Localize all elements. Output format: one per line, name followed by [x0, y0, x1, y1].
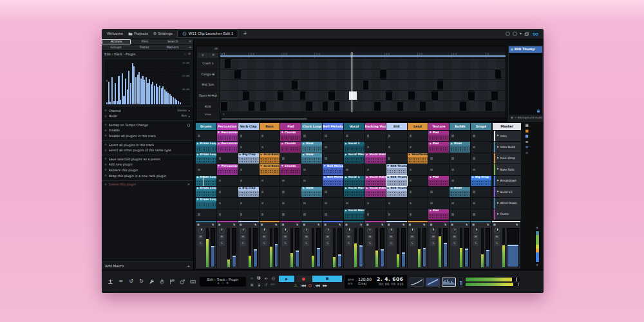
play-icon[interactable]: ▶ — [451, 187, 453, 190]
stop-icon[interactable]: ■ — [324, 223, 327, 226]
empty-clip-slot[interactable] — [471, 187, 491, 197]
lane-label-crash-1[interactable]: Crash 1 — [196, 59, 220, 70]
volume-fader[interactable] — [337, 228, 342, 267]
stop-icon[interactable]: ■ — [472, 223, 475, 226]
selection-breadcrumb[interactable]: Edit › Track › Plugin★☆⚙ — [200, 277, 246, 287]
lane-mid-tom[interactable] — [220, 80, 506, 91]
redo-icon[interactable]: ↻ — [137, 278, 146, 287]
track-header-percussion[interactable]: Percussion — [217, 123, 238, 130]
drum-note[interactable] — [397, 102, 404, 111]
close-icon[interactable]: ✕ — [187, 183, 190, 187]
loop-icon[interactable]: ∞ — [251, 276, 254, 280]
play-icon[interactable]: ▶ — [497, 213, 499, 216]
play-icon[interactable]: ▶ — [497, 191, 499, 193]
lane-kick[interactable] — [220, 101, 506, 112]
empty-clip-slot[interactable] — [450, 131, 470, 141]
empty-clip-slot[interactable] — [217, 209, 238, 220]
editor-mode-button-p[interactable]: P — [209, 53, 219, 58]
menu-item-replace-this-plugin[interactable]: ⚙Replace this plugin — [102, 167, 193, 173]
return-to-start-button[interactable]: |◀◀ — [301, 284, 306, 288]
empty-clip-slot[interactable] — [450, 153, 470, 164]
pan-knob[interactable] — [388, 228, 394, 234]
play-icon[interactable]: ▶ — [451, 143, 453, 146]
new-tab-button[interactable]: + — [241, 31, 249, 37]
tab-tracks[interactable]: Tracks — [130, 45, 158, 50]
mute-button[interactable]: M — [346, 235, 352, 240]
play-icon[interactable]: ▶ — [197, 198, 199, 201]
stop-icon[interactable]: ■ — [218, 223, 221, 226]
empty-clip-slot[interactable] — [365, 131, 386, 141]
empty-clip-slot[interactable] — [471, 209, 491, 220]
play-icon[interactable]: ▶ — [497, 180, 499, 182]
crumb-icon[interactable]: ⚙ — [226, 282, 229, 285]
mute-button[interactable]: M — [198, 235, 204, 240]
empty-clip-slot[interactable] — [280, 198, 301, 208]
analyzer-gear-icon[interactable]: ⚙ — [106, 80, 108, 83]
clip-vocal-main[interactable]: ▶Vocal Main — [344, 209, 365, 220]
stop-icon[interactable]: ■ — [261, 223, 263, 226]
lane-crash-1[interactable] — [220, 59, 506, 70]
loop-marker-icon[interactable]: ▸1 — [222, 53, 225, 56]
scroll-up-icon[interactable]: ▲ — [536, 226, 538, 229]
pan-knob[interactable] — [198, 228, 204, 234]
rewind-button[interactable]: ◀◀ — [315, 284, 319, 288]
play-icon[interactable]: ▶ — [240, 187, 242, 190]
drum-note[interactable] — [491, 91, 498, 100]
play-icon[interactable]: ▶ — [497, 157, 499, 160]
clip-808-thump[interactable]: ▶808 Thump — [386, 187, 407, 197]
scene-bass-solo[interactable]: ▶Bass Solo — [493, 164, 521, 175]
empty-clip-slot[interactable] — [323, 142, 343, 152]
pan-knob[interactable] — [451, 228, 457, 234]
volume-fader[interactable] — [316, 228, 321, 267]
record-button[interactable]: ● — [296, 276, 311, 282]
empty-clip-slot[interactable] — [238, 209, 259, 220]
play-icon[interactable]: ▶ — [218, 131, 220, 134]
empty-clip-slot[interactable] — [428, 164, 449, 175]
pan-knob[interactable] — [219, 228, 225, 234]
tools-icon[interactable] — [147, 278, 156, 287]
empty-clip-slot[interactable] — [471, 153, 491, 164]
export-icon[interactable] — [106, 278, 115, 287]
tempo-display[interactable]: BPM120.004/4Cmaj2. 4. 60600: 00: 03. 815 — [345, 275, 407, 289]
track-header-lead[interactable]: Lead — [408, 123, 428, 130]
clip-pad[interactable]: ▶Pad — [428, 176, 449, 186]
empty-clip-slot[interactable] — [323, 131, 343, 141]
mute-button[interactable]: M — [494, 235, 500, 240]
volume-fader[interactable] — [211, 228, 215, 267]
clip-vocal-harmony[interactable]: ▶Vocal Harmony — [365, 153, 386, 164]
play-icon[interactable]: ▶ — [345, 176, 347, 179]
solo-button[interactable]: S — [451, 241, 457, 246]
drum-note[interactable] — [386, 91, 392, 100]
solo-button[interactable]: S — [198, 241, 204, 246]
play-icon[interactable]: ▶ — [303, 154, 305, 156]
play-icon[interactable]: ▶ — [197, 143, 199, 146]
drum-note[interactable] — [349, 91, 357, 100]
empty-clip-slot[interactable] — [238, 142, 259, 152]
play-icon[interactable]: ▶ — [388, 176, 390, 179]
play-icon[interactable]: ▶ — [303, 143, 305, 146]
clip-slow[interactable]: ▶Slow — [301, 153, 322, 164]
mute-button[interactable]: M — [410, 235, 415, 240]
empty-clip-slot[interactable] — [450, 209, 470, 220]
empty-clip-slot[interactable] — [408, 209, 428, 220]
drum-note[interactable] — [437, 80, 444, 90]
waveform-thumbnail[interactable] — [442, 278, 456, 287]
speaker-off-icon[interactable] — [264, 276, 269, 281]
network-icon[interactable] — [271, 276, 276, 281]
clip-riser[interactable]: ▶Riser — [450, 142, 470, 152]
add-macro-button[interactable]: Add Macro + — [102, 261, 193, 270]
empty-clip-slot[interactable] — [238, 176, 259, 186]
master-fader-icon[interactable] — [459, 278, 463, 287]
drum-note[interactable] — [374, 102, 381, 111]
pan-knob[interactable] — [430, 228, 436, 234]
empty-clip-slot[interactable] — [280, 176, 301, 186]
menu-item-disable[interactable]: ⚙Disable — [102, 128, 193, 134]
menu-item-disable-all-plugins-in-this-track[interactable]: ⚙Disable all plugins in this track — [102, 133, 193, 139]
copy-icon[interactable] — [524, 32, 529, 37]
empty-clip-slot[interactable] — [301, 176, 322, 186]
lane-label-kick[interactable]: Kick — [196, 101, 220, 112]
clip-slow[interactable]: ▶Slow — [301, 142, 322, 152]
play-icon[interactable]: ▶ — [497, 202, 499, 205]
clip-vocal-main[interactable]: ▶Vocal Main — [344, 153, 365, 164]
clip-bell-melody[interactable]: ▶Bell Melody — [323, 176, 343, 186]
